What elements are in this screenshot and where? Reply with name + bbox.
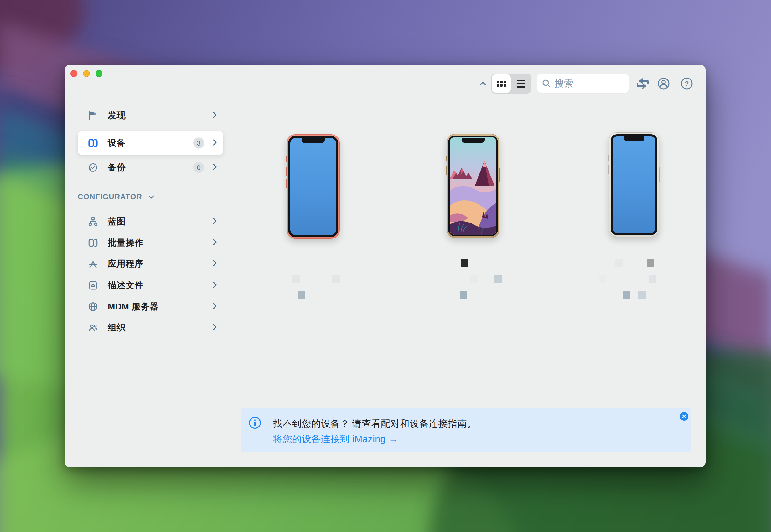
sidebar-item-label: 描述文件 <box>108 279 143 291</box>
device-card-iphone-gold[interactable] <box>447 134 500 238</box>
blueprint-icon <box>88 216 98 227</box>
chevron-right-icon <box>212 139 217 147</box>
window-controls <box>70 70 102 77</box>
connect-device-link[interactable]: 将您的设备连接到 iMazing → <box>273 433 398 446</box>
backup-icon <box>88 162 98 173</box>
sidebar-item-label: 应用程序 <box>108 258 143 270</box>
search-field[interactable] <box>537 74 629 93</box>
organization-icon <box>88 322 98 333</box>
info-icon <box>248 416 261 429</box>
phone-notch <box>462 138 485 143</box>
device-card-iphone-coral[interactable] <box>286 134 340 239</box>
transfer-arrows-icon <box>635 76 650 91</box>
sidebar-item-discover[interactable]: 发现 <box>78 105 223 126</box>
search-icon <box>542 79 552 89</box>
phone-screen-blue <box>613 136 655 233</box>
chevron-right-icon <box>212 281 217 290</box>
sidebar-item-mdm-server[interactable]: MDM 服务器 <box>78 296 223 317</box>
sidebar-item-label: 发现 <box>108 110 126 121</box>
zoom-window-button[interactable] <box>95 70 102 77</box>
profiles-icon <box>88 280 98 291</box>
minimize-window-button[interactable] <box>83 70 90 77</box>
search-input[interactable] <box>555 78 625 89</box>
sidebar-item-label: 设备 <box>108 137 126 149</box>
close-icon <box>682 414 686 418</box>
transfer-button[interactable] <box>635 76 650 91</box>
phone-notch <box>301 138 325 143</box>
phone-screen-wallpaper <box>450 137 496 235</box>
imazing-window: ? 发现 设备 3 <box>65 65 706 467</box>
phone-notch <box>624 136 644 141</box>
chevron-down-icon <box>148 194 155 199</box>
section-header-label: CONFIGURATOR <box>78 192 142 201</box>
landscape-wallpaper-art <box>450 137 496 235</box>
sidebar-item-label: 组织 <box>108 322 126 334</box>
device-card-iphone-silver[interactable] <box>609 132 659 237</box>
sidebar-item-organization[interactable]: 组织 <box>78 317 223 338</box>
chevron-right-icon <box>212 323 217 332</box>
chevron-right-icon <box>212 259 217 268</box>
list-view-button[interactable] <box>512 74 531 93</box>
sidebar-item-blueprints[interactable]: 蓝图 <box>78 211 223 232</box>
devices-icon <box>88 138 98 148</box>
devices-count-badge: 3 <box>193 138 204 149</box>
chevron-right-icon <box>212 163 217 172</box>
sidebar-item-devices[interactable]: 设备 3 <box>78 131 223 155</box>
view-mode-segmented-control <box>491 74 532 94</box>
banner-close-button[interactable] <box>680 412 688 421</box>
sidebar-item-backups[interactable]: 备份 0 <box>78 157 223 178</box>
banner-message: 找不到您的设备？ 请查看配对和设备连接指南。 <box>273 417 476 430</box>
device-connection-banner: 找不到您的设备？ 请查看配对和设备连接指南。 将您的设备连接到 iMazing … <box>240 408 691 452</box>
grid-view-button[interactable] <box>492 74 511 93</box>
help-icon: ? <box>680 76 694 91</box>
chevron-right-icon <box>212 302 217 311</box>
sidebar-item-label: 备份 <box>108 161 126 173</box>
applications-icon <box>88 258 98 269</box>
backups-count-badge: 0 <box>193 162 204 173</box>
phone-screen-blue <box>290 138 336 235</box>
sidebar-item-batch-operations[interactable]: 批量操作 <box>78 232 223 253</box>
collapse-toolbar-button[interactable] <box>478 80 488 87</box>
sidebar-item-label: 蓝图 <box>108 216 126 228</box>
batch-operations-icon <box>88 238 98 248</box>
sidebar-item-profiles[interactable]: 描述文件 <box>78 275 223 296</box>
chevron-right-icon <box>212 217 217 226</box>
svg-text:?: ? <box>685 80 689 87</box>
account-icon <box>656 76 671 91</box>
sidebar-item-applications[interactable]: 应用程序 <box>78 253 223 274</box>
mdm-server-icon <box>88 301 98 312</box>
grid-view-icon <box>497 81 506 87</box>
flags-icon <box>88 110 98 121</box>
configurator-section-header[interactable]: CONFIGURATOR <box>78 191 155 203</box>
close-window-button[interactable] <box>70 70 77 77</box>
account-button[interactable] <box>656 76 671 91</box>
sidebar-item-label: 批量操作 <box>108 237 143 249</box>
chevron-right-icon <box>212 111 217 120</box>
chevron-right-icon <box>212 238 217 247</box>
help-button[interactable]: ? <box>680 76 694 91</box>
list-view-icon <box>517 80 526 88</box>
sidebar-item-label: MDM 服务器 <box>108 301 158 313</box>
